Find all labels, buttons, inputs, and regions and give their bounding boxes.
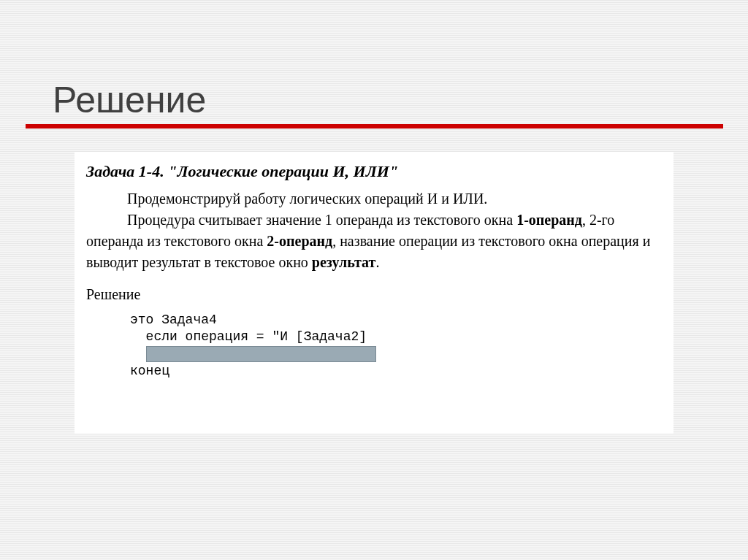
task-p2-bold-2: 2-операнд xyxy=(267,233,332,249)
code-line-2: если операция = "И [Задача2] xyxy=(130,329,660,345)
redacted-box xyxy=(146,346,376,362)
content-box: Задача 1-4. "Логические операции И, ИЛИ"… xyxy=(75,152,673,434)
task-paragraph-2: Процедура считывает значение 1 операнда … xyxy=(86,210,660,273)
slide-title: Решение xyxy=(53,79,206,121)
task-p2-part-e: . xyxy=(375,254,379,270)
code-block: это Задача4 если операция = "И [Задача2]… xyxy=(130,312,660,380)
code-line-1: это Задача4 xyxy=(130,312,660,329)
task-p2-bold-1: 1-операнд xyxy=(516,212,582,228)
task-p2-bold-3: результат xyxy=(312,254,376,270)
code-line-4: конец xyxy=(130,363,660,380)
task-paragraph-1: Продемонстрируй работу логических операц… xyxy=(86,188,660,210)
task-p2-part-a: Процедура считывает значение 1 операнда … xyxy=(127,212,516,228)
title-underline xyxy=(26,124,723,129)
solution-label: Решение xyxy=(86,286,660,303)
task-heading: Задача 1-4. "Логические операции И, ИЛИ" xyxy=(86,162,660,181)
